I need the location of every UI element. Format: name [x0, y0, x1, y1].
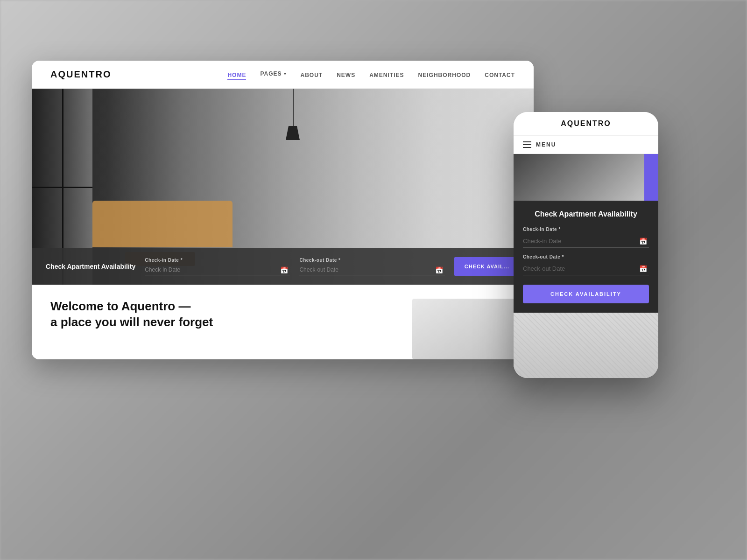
- mobile-hero: [514, 154, 658, 201]
- welcome-image: [412, 299, 515, 359]
- mobile-checkout-wrap: 📅: [523, 262, 649, 275]
- mobile-logo: AQUENTRO: [561, 119, 611, 128]
- avail-title: Check Apartment Availability: [46, 262, 135, 271]
- desktop-bottom-section: Welcome to Aquentro — a place you will n…: [32, 285, 534, 359]
- desktop-logo: AQUENTRO: [50, 69, 227, 80]
- nav-link-about[interactable]: ABOUT: [301, 72, 323, 78]
- calendar-icon: 📅: [280, 266, 288, 274]
- mobile-check-availability-button[interactable]: CHECK AVAILABILITY: [523, 285, 649, 303]
- welcome-image-bg: [412, 299, 515, 359]
- mobile-mockup: AQUENTRO MENU Check Apartment Availabili…: [514, 112, 658, 378]
- mobile-checkout-label: Check-out Date *: [523, 254, 649, 259]
- lamp-pendant: [293, 89, 294, 126]
- checkout-input[interactable]: [299, 265, 444, 275]
- mobile-checkin-wrap: 📅: [523, 235, 649, 248]
- desktop-hero: Check Apartment Availability Check-in Da…: [32, 89, 534, 285]
- nav-link-amenities[interactable]: AMENITIES: [369, 72, 404, 78]
- welcome-text-block: Welcome to Aquentro — a place you will n…: [50, 299, 403, 330]
- mobile-availability-card: Check Apartment Availability Check-in Da…: [514, 201, 658, 313]
- hamburger-icon[interactable]: [523, 141, 531, 148]
- sofa-element: [92, 201, 233, 247]
- desktop-navbar: AQUENTRO HOME PAGES ▾ ABOUT NEWS AMENITI…: [32, 61, 534, 89]
- nav-link-contact[interactable]: CONTACT: [485, 72, 515, 78]
- checkout-label: Check-out Date *: [299, 258, 444, 263]
- hamburger-line-2: [523, 144, 531, 145]
- checkin-input[interactable]: [145, 265, 290, 275]
- mobile-avail-title: Check Apartment Availability: [523, 210, 649, 218]
- nav-item-news[interactable]: NEWS: [337, 70, 355, 79]
- hamburger-line-3: [523, 147, 531, 148]
- nav-link-news[interactable]: NEWS: [337, 72, 355, 78]
- mobile-checkin-label: Check-in Date *: [523, 227, 649, 232]
- nav-item-pages[interactable]: PAGES ▾: [260, 70, 286, 79]
- checkin-field: Check-in Date * 📅: [145, 258, 290, 275]
- checkout-input-wrap: 📅: [299, 265, 444, 275]
- welcome-heading: Welcome to Aquentro — a place you will n…: [50, 299, 403, 330]
- mobile-checkin-input[interactable]: [523, 235, 649, 247]
- hamburger-line-1: [523, 141, 531, 142]
- nav-item-home[interactable]: HOME: [227, 70, 246, 79]
- desktop-nav-links: HOME PAGES ▾ ABOUT NEWS AMENITIES NEIGHB…: [227, 70, 515, 79]
- calendar-icon-checkout: 📅: [435, 266, 443, 274]
- mobile-hero-purple-accent: [644, 154, 658, 201]
- availability-bar: Check Apartment Availability Check-in Da…: [32, 248, 534, 285]
- nav-item-contact[interactable]: CONTACT: [485, 70, 515, 79]
- nav-item-neighborhood[interactable]: NEIGHBORHOOD: [418, 70, 471, 79]
- desktop-mockup: AQUENTRO HOME PAGES ▾ ABOUT NEWS AMENITI…: [32, 61, 534, 359]
- check-availability-button[interactable]: CHECK AVAIL...: [454, 257, 520, 276]
- mobile-calendar-icon-checkout: 📅: [639, 265, 647, 273]
- mobile-calendar-icon-checkin: 📅: [639, 238, 647, 245]
- mobile-hero-bg: [514, 154, 658, 201]
- nav-item-about[interactable]: ABOUT: [301, 70, 323, 79]
- nav-link-neighborhood[interactable]: NEIGHBORHOOD: [418, 72, 471, 78]
- chevron-down-icon: ▾: [284, 71, 287, 76]
- mobile-checkout-input[interactable]: [523, 262, 649, 275]
- mobile-bottom-image: [514, 313, 658, 378]
- nav-link-pages[interactable]: PAGES ▾: [260, 70, 286, 77]
- menu-label[interactable]: MENU: [536, 141, 556, 148]
- nav-link-home[interactable]: HOME: [227, 72, 246, 80]
- mobile-checkout-field: Check-out Date * 📅: [523, 254, 649, 275]
- nav-item-amenities[interactable]: AMENITIES: [369, 70, 404, 79]
- lamp-shade: [286, 126, 300, 140]
- mobile-checkin-field: Check-in Date * 📅: [523, 227, 649, 248]
- checkout-field: Check-out Date * 📅: [299, 258, 444, 275]
- checkin-input-wrap: 📅: [145, 265, 290, 275]
- checkin-label: Check-in Date *: [145, 258, 290, 263]
- mobile-navbar: AQUENTRO: [514, 112, 658, 136]
- mobile-menu-bar: MENU: [514, 136, 658, 154]
- rug-pattern: [514, 313, 658, 378]
